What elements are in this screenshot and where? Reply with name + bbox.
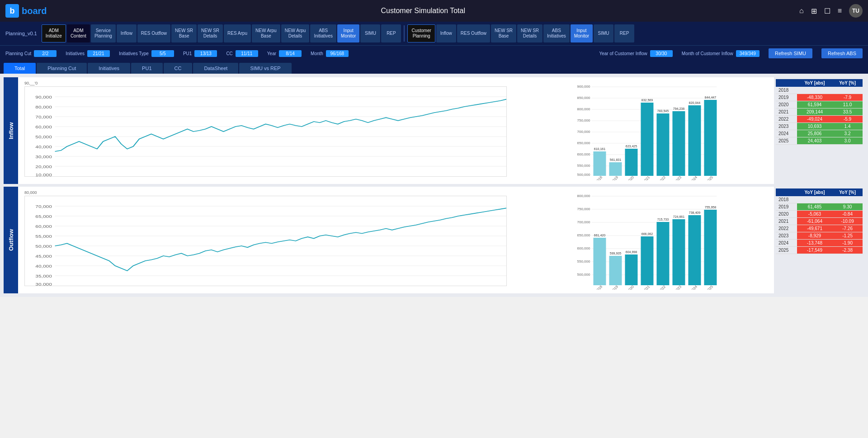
filter-value-pu1[interactable]: 13/13	[194, 50, 217, 57]
refresh-abs-button[interactable]: Refresh ABS	[821, 48, 863, 58]
svg-text:561,831: 561,831	[610, 158, 621, 161]
filter-value-initiatives-type[interactable]: 5/5	[151, 50, 174, 57]
pct-cell: -5.9	[832, 116, 863, 123]
nav-btn-simu2[interactable]: SIMU	[594, 24, 613, 42]
abs-cell: 24,403	[797, 137, 832, 145]
tab-initiatives[interactable]: Initiatives	[88, 63, 130, 74]
refresh-simu-button[interactable]: Refresh SIMU	[769, 48, 812, 58]
tabs-bar: Total Planning Cut Initiatives PU1 CC Da…	[0, 61, 868, 74]
table-row: 2022 -49,671 -7.26	[776, 225, 863, 232]
nav-btn-service-planning[interactable]: ServicePlanning	[91, 24, 116, 42]
pct-cell: -0.84	[832, 211, 863, 218]
filter-year: Year 8/14	[267, 50, 302, 57]
nav-btn-adm-initialize[interactable]: ADMInitialize	[42, 24, 66, 42]
tab-planning-cut[interactable]: Planning Cut	[37, 63, 87, 74]
logo-area: b board	[5, 4, 47, 18]
svg-text:90,000: 90,000	[35, 94, 52, 99]
svg-text:2023: 2023	[674, 284, 682, 290]
table-row: 2019 61,485 9.30	[776, 203, 863, 211]
nav-btn-adm-content[interactable]: ADMContent	[67, 24, 90, 42]
inflow-bar-chart-container: 900,000 850,000 800,000 750,000 700,000 …	[513, 77, 771, 184]
chat-icon[interactable]: ☐	[824, 7, 830, 15]
filter-initiatives: Initiatives 21/21	[66, 50, 110, 57]
filter-label-month: Month	[311, 51, 323, 56]
nav-btn-rep[interactable]: REP	[381, 24, 401, 42]
tab-total[interactable]: Total	[4, 63, 36, 74]
nav-btn-abs-initiatives[interactable]: ABSInitiatives	[310, 24, 336, 42]
tab-simu-vs-rep[interactable]: SIMU vs REP	[239, 63, 291, 74]
abs-cell: -17,549	[797, 247, 832, 254]
year-cell: 2025	[776, 137, 797, 145]
table-row: 2020 -5,063 -0.84	[776, 211, 863, 218]
svg-text:794,238: 794,238	[673, 107, 684, 110]
filter-value-planning-cut[interactable]: 2/2	[34, 50, 57, 57]
nav-btn-res-outflow2[interactable]: RES Outflow	[457, 24, 490, 42]
svg-text:2019: 2019	[610, 284, 619, 290]
inflow-yoy-col-pct: YoY [%]	[832, 79, 863, 87]
menu-icon[interactable]: ≡	[838, 7, 842, 15]
outflow-line-chart-container: 80,000 70,000 65,000 60,000 55,000	[21, 187, 510, 293]
table-icon[interactable]: ⊞	[811, 7, 817, 15]
nav-btn-res-outflow[interactable]: RES Outflow	[137, 24, 170, 42]
year-cell: 2022	[776, 116, 797, 123]
inflow-bar-svg: 900,000 850,000 800,000 750,000 700,000 …	[517, 81, 768, 180]
outflow-line-chart: 70,000 65,000 60,000 55,000 50,000 45,00…	[24, 196, 507, 286]
svg-text:599,935: 599,935	[610, 252, 621, 255]
nav-btn-simu[interactable]: SIMU	[360, 24, 380, 42]
filter-value-cc[interactable]: 11/11	[236, 50, 258, 57]
nav-btn-input-monitor2[interactable]: InputMonitor	[571, 24, 593, 42]
pct-cell: 1.4	[832, 123, 863, 130]
nav-btn-new-arpu-details[interactable]: NEW ArpuDetails	[281, 24, 310, 42]
filter-label-cc: CC	[226, 51, 232, 56]
pct-cell: 11.0	[832, 101, 863, 108]
nav-btn-new-arpu-base[interactable]: NEW ArpuBase	[252, 24, 280, 42]
nav-btn-new-sr-details2[interactable]: NEW SRDetails	[517, 24, 542, 42]
year-cell: 2021	[776, 108, 797, 116]
table-row: 2021 209,144 33.5	[776, 108, 863, 116]
svg-text:2025: 2025	[705, 175, 714, 180]
filter-value-year[interactable]: 8/14	[279, 50, 302, 57]
svg-text:900,000: 900,000	[577, 85, 590, 89]
svg-text:70,000: 70,000	[35, 114, 52, 119]
nav-btn-new-sr-details[interactable]: NEW SRDetails	[198, 24, 223, 42]
svg-text:35,000: 35,000	[35, 273, 52, 278]
svg-text:738,409: 738,409	[689, 211, 700, 214]
svg-text:750,000: 750,000	[577, 207, 590, 211]
pct-cell	[832, 196, 863, 203]
filter-value-initiatives[interactable]: 21/21	[87, 50, 110, 57]
svg-rect-93	[625, 254, 638, 285]
outflow-section: Outflow 80,000 70,000 65,000	[4, 187, 864, 293]
top-icons[interactable]: ⌂ ⊞ ☐ ≡ TU	[799, 4, 863, 18]
tab-cc[interactable]: CC	[164, 63, 193, 74]
filter-value-month-customer-inflow[interactable]: 349/349	[736, 50, 760, 57]
home-icon[interactable]: ⌂	[799, 7, 804, 15]
table-row: 2021 -61,064 -10.09	[776, 218, 863, 225]
tab-pu1[interactable]: PU1	[131, 63, 162, 74]
svg-text:623,425: 623,425	[626, 145, 637, 148]
nav-btn-inflow2[interactable]: Inflow	[436, 24, 456, 42]
inflow-section: Inflow 90,__'0 .tick-line{stroke:#eee;st…	[4, 77, 864, 184]
filter-value-month[interactable]: 96/168	[326, 50, 349, 57]
inflow-bar-chart: 900,000 850,000 800,000 750,000 700,000 …	[517, 81, 768, 180]
filter-value-year-customer-inflow[interactable]: 30/30	[650, 50, 673, 57]
nav-btn-inflow[interactable]: Inflow	[117, 24, 137, 42]
svg-rect-46	[689, 105, 701, 176]
svg-text:610,161: 610,161	[594, 147, 605, 151]
filter-bar: Planning Cut 2/2 Initiatives 21/21 Initi…	[0, 45, 868, 61]
svg-text:55,000: 55,000	[35, 234, 52, 239]
abs-cell: -48,330	[797, 94, 832, 101]
year-cell: 2020	[776, 211, 797, 218]
svg-text:832,569: 832,569	[642, 99, 653, 102]
nav-btn-rep2[interactable]: REP	[614, 24, 634, 42]
tab-datasheet[interactable]: DataSheet	[193, 63, 238, 74]
nav-btn-input-monitor[interactable]: InputMonitor	[337, 24, 359, 42]
avatar[interactable]: TU	[849, 4, 863, 18]
nav-btn-abs-initiatives2[interactable]: ABSInitiatives	[543, 24, 570, 42]
nav-btn-res-arpu[interactable]: RES Arpu	[224, 24, 251, 42]
nav-btn-new-sr-base[interactable]: NEW SRBase	[171, 24, 197, 42]
nav-btn-customer-planning[interactable]: CustomerPlanning	[407, 24, 435, 42]
outflow-yoy-col-abs: YoY [abs]	[797, 188, 832, 196]
nav-btn-new-sr-base2[interactable]: NEW SRBase	[491, 24, 516, 42]
svg-rect-48	[704, 100, 717, 176]
abs-cell: 25,806	[797, 130, 832, 137]
